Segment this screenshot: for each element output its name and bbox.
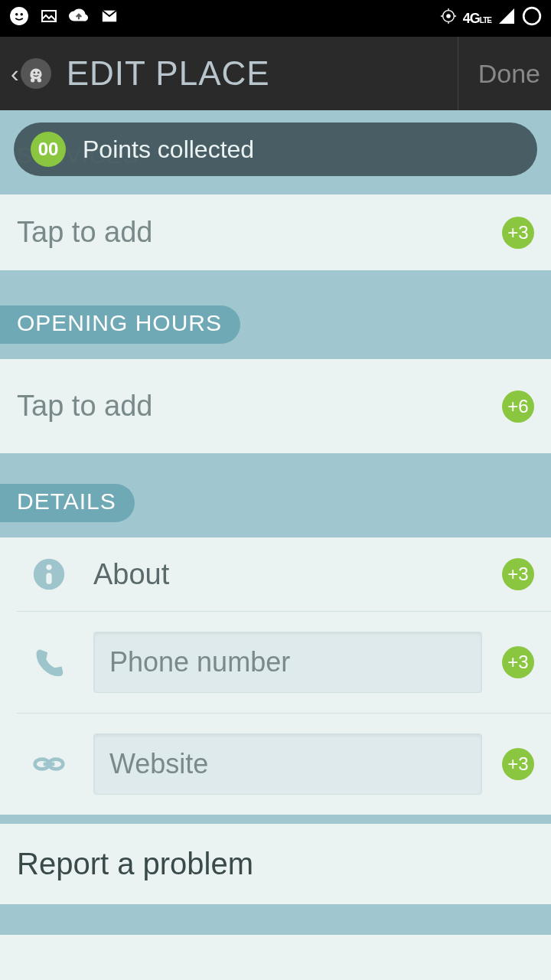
website-input[interactable] — [93, 733, 482, 795]
opening-hours-label: OPENING HOURS — [0, 305, 240, 344]
svg-point-5 — [446, 14, 451, 18]
done-button[interactable]: Done — [458, 37, 540, 110]
svg-rect-17 — [44, 763, 55, 766]
gmail-icon — [99, 8, 119, 29]
svg-point-11 — [37, 72, 40, 74]
services-bonus-badge: +3 — [502, 217, 534, 249]
svg-point-8 — [31, 78, 34, 82]
phone-input[interactable] — [93, 632, 482, 693]
app-header: ‹ EDIT PLACE Done — [0, 37, 551, 110]
website-row: +3 — [17, 714, 551, 815]
about-row[interactable]: About +3 — [17, 537, 551, 612]
opening-hours-add-row[interactable]: Tap to add +6 — [0, 359, 551, 453]
signal-icon — [497, 7, 516, 30]
android-status-bar: 4GLTE — [0, 0, 551, 37]
opening-hours-bonus-badge: +6 — [502, 390, 534, 423]
svg-point-13 — [46, 564, 51, 570]
waze-notif-icon — [9, 6, 29, 31]
points-value: 00 — [31, 132, 66, 167]
waze-logo-icon — [21, 58, 51, 89]
svg-point-7 — [523, 8, 540, 24]
about-label: About — [93, 558, 496, 591]
battery-circle-icon — [522, 6, 542, 31]
details-header: DETAILS — [0, 453, 551, 537]
services-placeholder: Tap to add — [17, 216, 502, 249]
svg-point-1 — [15, 13, 18, 15]
opening-hours-placeholder: Tap to add — [17, 390, 502, 423]
report-problem-row[interactable]: Report a problem — [0, 824, 551, 904]
points-toast: 00 Points collected — [14, 122, 537, 176]
network-4g-icon: 4GLTE — [463, 11, 491, 27]
opening-hours-header: OPENING HOURS — [0, 270, 551, 359]
link-icon — [26, 747, 72, 781]
svg-rect-14 — [46, 573, 51, 584]
svg-point-10 — [33, 72, 35, 74]
back-button[interactable]: ‹ — [11, 60, 19, 88]
upload-icon — [69, 6, 89, 31]
info-icon — [26, 557, 72, 591]
services-add-row[interactable]: Tap to add +3 — [0, 194, 551, 270]
divider-bottom — [0, 904, 551, 935]
website-bonus-badge: +3 — [502, 748, 534, 780]
points-label: Points collected — [83, 136, 254, 164]
details-label: DETAILS — [0, 484, 135, 522]
about-bonus-badge: +3 — [502, 558, 534, 590]
svg-point-2 — [21, 13, 23, 15]
phone-icon — [26, 645, 72, 679]
phone-bonus-badge: +3 — [502, 646, 534, 678]
phone-row: +3 — [17, 612, 551, 714]
svg-point-0 — [10, 7, 28, 25]
photo-icon — [40, 7, 58, 30]
svg-point-9 — [37, 78, 41, 82]
details-section: About +3 +3 +3 — [0, 537, 551, 815]
page-title: EDIT PLACE — [67, 54, 270, 93]
divider — [0, 815, 551, 824]
gps-icon — [440, 8, 457, 29]
